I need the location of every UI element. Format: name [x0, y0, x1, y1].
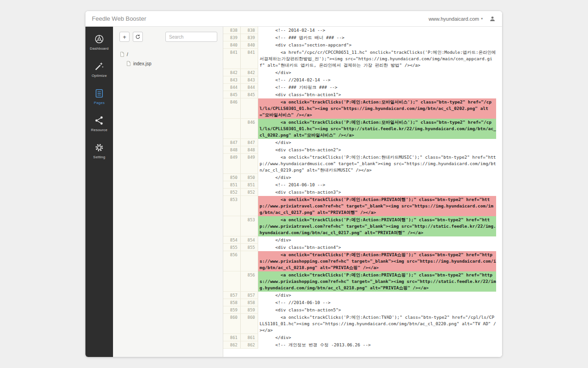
line-number-left: 843 — [223, 76, 241, 84]
tree-toolbar: + — [113, 27, 223, 46]
site-label: www.hyundaicard.com — [429, 16, 479, 22]
diff-row: 859859 <div class="btn-action5"> — [223, 306, 502, 314]
user-icon[interactable] — [489, 16, 496, 22]
line-number-left: 847 — [223, 139, 241, 146]
code-line: </div> — [258, 139, 496, 146]
diff-view[interactable]: 838838 <!-- 2014-02-14 -->839839 <!-- ##… — [223, 27, 502, 357]
line-number-right: 860 — [241, 314, 258, 334]
line-number-left: 846 — [223, 98, 241, 119]
diff-row: 845845 <div class="btn-action1"> — [223, 91, 502, 98]
line-number-right: 841 — [241, 49, 258, 69]
code-line: <a onclick="trackClicks('P:메인:Action:PRI… — [258, 251, 496, 271]
code-line: <!-- //2014-02-14 --> — [258, 76, 496, 84]
diff-row: 847847 </div> — [223, 139, 502, 146]
line-number-right: 844 — [241, 84, 258, 91]
diff-row: 838838 <!-- 2014-02-14 --> — [223, 27, 502, 34]
code-line: <a onclick="trackClicks('P:메인:Action:현대카… — [258, 154, 496, 174]
diff-row: 858858 <!-- //2014-06-10 --> — [223, 299, 502, 306]
diff-row: 850850 </div> — [223, 174, 502, 181]
line-number-right: 846 — [241, 119, 258, 139]
line-number-left: 855 — [223, 244, 241, 251]
search-input[interactable] — [165, 32, 217, 42]
line-number-left: 862 — [223, 341, 241, 349]
code-line: <!-- ### 앱카드 배너 ### --> — [258, 34, 496, 41]
tree-item-index.jsp[interactable]: index.jsp — [119, 59, 223, 68]
sidebar: DashboardOptimizePagesResourceSetting — [85, 27, 113, 357]
tree-item-label: index.jsp — [133, 61, 151, 66]
line-number-right: 842 — [241, 69, 258, 76]
diff-row: 853 <a onclick="trackClicks('P:메인:Action… — [223, 216, 502, 236]
code-line: <!-- 개인정보 변경 수정 -2013.06.26 --> — [258, 341, 496, 349]
site-selector[interactable]: www.hyundaicard.com ▾ — [429, 16, 483, 22]
sidebar-item-dashboard[interactable]: Dashboard — [85, 29, 113, 56]
line-number-right: 855 — [241, 244, 258, 251]
file-tree: /index.jsp — [113, 46, 223, 68]
diff-row: 853 <a onclick="trackClicks('P:메인:Action… — [223, 196, 502, 216]
top-bar: Feedle Web Booster www.hyundaicard.com ▾ — [85, 11, 502, 27]
line-number-right: 853 — [241, 216, 258, 236]
line-number-right: 857 — [241, 292, 258, 299]
code-line: <a onclick="trackClicks('P:메인:Action:모바일… — [258, 98, 496, 119]
code-line: <!-- ### 기타링크 ### --> — [258, 84, 496, 91]
code-line: <a href="/cpc/cr/CPCCR0651_11.hc" onclic… — [258, 49, 496, 69]
line-number-left: 839 — [223, 34, 241, 41]
line-number-right: 861 — [241, 334, 258, 341]
line-number-left: 848 — [223, 146, 241, 154]
code-line: <a onclick="trackClicks('P:메인:Action:PRI… — [258, 196, 496, 216]
line-number-right: 854 — [241, 236, 258, 244]
sidebar-item-label: Optimize — [91, 74, 107, 78]
diff-row: 842842 </div> — [223, 69, 502, 76]
sidebar-item-label: Setting — [93, 155, 105, 159]
line-number-right: 843 — [241, 76, 258, 84]
code-line: <div class="btn-action5"> — [258, 306, 496, 314]
sidebar-item-label: Resource — [91, 128, 107, 132]
sidebar-item-setting[interactable]: Setting — [85, 137, 113, 164]
diff-row: 857857 </div> — [223, 292, 502, 299]
line-number-left: 840 — [223, 41, 241, 49]
code-line: <div class="section-appcard"> — [258, 41, 496, 49]
code-line: <a onclick="trackClicks('P:메인:Action:PRI… — [258, 271, 496, 292]
line-number-right: 862 — [241, 341, 258, 349]
code-line: </div> — [258, 292, 496, 299]
line-number-right: 838 — [241, 27, 258, 34]
line-number-left: 850 — [223, 174, 241, 181]
refresh-button[interactable] — [133, 32, 143, 42]
add-button[interactable]: + — [119, 32, 130, 42]
line-number-left: 841 — [223, 49, 241, 69]
code-line: <!-- //2014-06-10 --> — [258, 299, 496, 306]
line-number-left: 851 — [223, 181, 241, 189]
diff-row: 846 <a onclick="trackClicks('P:메인:Action… — [223, 119, 502, 139]
diff-row: 856 <a onclick="trackClicks('P:메인:Action… — [223, 251, 502, 271]
code-line: </div> — [258, 69, 496, 76]
line-number-right — [241, 251, 258, 271]
tree-item-root[interactable]: / — [119, 50, 223, 59]
refresh-icon — [135, 34, 141, 40]
line-number-right: 859 — [241, 306, 258, 314]
topbar-right: www.hyundaicard.com ▾ — [429, 16, 496, 22]
code-line: <div class="btn-action4"> — [258, 244, 496, 251]
sidebar-item-resource[interactable]: Resource — [85, 110, 113, 137]
line-number-left: 842 — [223, 69, 241, 76]
sidebar-item-pages[interactable]: Pages — [85, 83, 113, 110]
line-number-left: 838 — [223, 27, 241, 34]
line-number-left: 860 — [223, 314, 241, 334]
line-number-right: 850 — [241, 174, 258, 181]
line-number-left: 857 — [223, 292, 241, 299]
diff-row: 854854 </div> — [223, 236, 502, 244]
line-number-left: 844 — [223, 84, 241, 91]
diff-row: 846 <a onclick="trackClicks('P:메인:Action… — [223, 98, 502, 119]
line-number-right: 858 — [241, 299, 258, 306]
code-line: <!-- 2014-02-14 --> — [258, 27, 496, 34]
share-icon — [94, 115, 104, 126]
sidebar-item-optimize[interactable]: Optimize — [85, 56, 113, 83]
gear-icon — [94, 143, 104, 153]
line-number-left: 852 — [223, 189, 241, 196]
diff-row: 856 <a onclick="trackClicks('P:메인:Action… — [223, 271, 502, 292]
file-tree-panel: + /index.jsp — [113, 27, 223, 357]
line-number-left: 845 — [223, 91, 241, 98]
diff-row: 860860 <a onclick="trackClicks('P:메인:Act… — [223, 314, 502, 334]
code-line: <div class="btn-action1"> — [258, 91, 496, 98]
line-number-right — [241, 196, 258, 216]
diff-row: 848848 <div class="btn-action2"> — [223, 146, 502, 154]
line-number-left: 858 — [223, 299, 241, 306]
